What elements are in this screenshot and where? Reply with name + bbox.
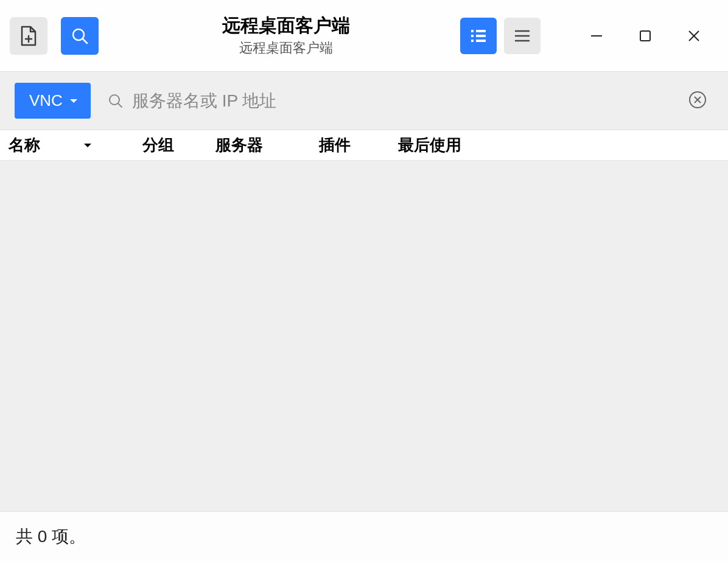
column-server-label: 服务器 [215, 134, 263, 156]
title-right-controls [460, 18, 718, 54]
minimize-icon [589, 28, 604, 44]
table-header: 名称 分组 服务器 插件 最后使用 [0, 130, 728, 161]
column-name-label: 名称 [9, 134, 40, 156]
maximize-button[interactable] [621, 18, 670, 54]
minimize-button[interactable] [572, 18, 621, 54]
svg-line-16 [118, 103, 122, 107]
svg-rect-5 [476, 35, 486, 37]
chevron-down-icon [69, 98, 79, 104]
app-subtitle: 远程桌面客户端 [239, 39, 333, 57]
server-address-input[interactable] [132, 91, 681, 111]
column-header-group[interactable]: 分组 [142, 134, 215, 156]
list-view-button[interactable] [460, 18, 497, 54]
svg-rect-3 [476, 30, 486, 32]
window-controls [572, 18, 718, 54]
menu-button[interactable] [504, 18, 541, 54]
search-bar: VNC [0, 72, 728, 130]
circle-x-icon [688, 90, 710, 110]
svg-rect-7 [476, 40, 486, 42]
close-button[interactable] [670, 18, 718, 54]
column-group-label: 分组 [142, 134, 174, 156]
search-icon [108, 93, 124, 109]
hamburger-icon [514, 29, 530, 43]
column-plugin-label: 插件 [319, 134, 351, 156]
svg-line-1 [83, 39, 87, 43]
maximize-icon [637, 28, 653, 44]
clear-search-button[interactable] [688, 90, 710, 112]
app-title: 远程桌面客户端 [222, 15, 350, 37]
titlebar: 远程桌面客户端 远程桌面客户端 [0, 0, 728, 72]
search-toggle-button[interactable] [61, 17, 99, 55]
status-bar: 共 0 项。 [0, 511, 728, 561]
column-header-server[interactable]: 服务器 [215, 134, 319, 156]
column-header-name[interactable]: 名称 [9, 134, 142, 156]
new-connection-button[interactable] [10, 17, 47, 55]
svg-rect-4 [471, 35, 474, 37]
connection-list [0, 161, 728, 511]
list-icon [470, 29, 487, 43]
sort-descending-icon [83, 142, 93, 148]
item-count-label: 共 0 项。 [16, 525, 86, 548]
column-header-last-used[interactable]: 最后使用 [398, 134, 508, 156]
column-header-plugin[interactable]: 插件 [319, 134, 398, 156]
svg-rect-6 [471, 40, 474, 42]
search-field [108, 91, 681, 111]
search-icon [71, 27, 89, 45]
svg-rect-2 [471, 30, 474, 32]
svg-rect-12 [640, 31, 650, 41]
column-last-used-label: 最后使用 [398, 134, 461, 156]
document-add-icon [19, 26, 38, 46]
close-icon [686, 28, 702, 44]
protocol-label: VNC [29, 91, 63, 110]
title-area: 远程桌面客户端 远程桌面客户端 [112, 15, 460, 57]
protocol-dropdown[interactable]: VNC [15, 83, 91, 119]
